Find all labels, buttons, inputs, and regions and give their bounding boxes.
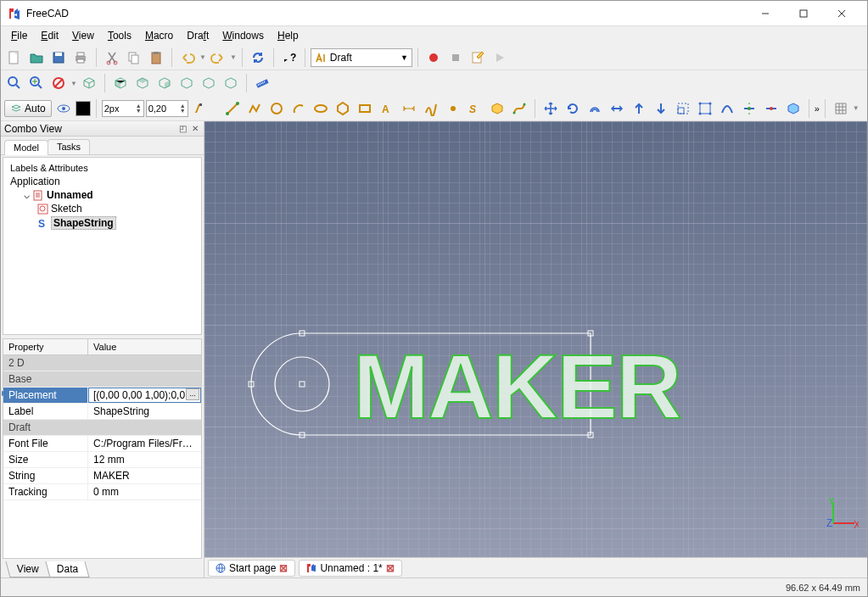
grid-spacing-input[interactable]: ▲▼ — [146, 100, 188, 117]
view-rear-button[interactable] — [176, 73, 197, 93]
grid-spacing-field[interactable] — [148, 103, 174, 114]
redo-dropdown[interactable]: ▼ — [230, 53, 237, 61]
expand-icon[interactable]: ⌵ — [22, 189, 31, 201]
draft-downgrade-button[interactable] — [651, 98, 671, 119]
draft-trimex-button[interactable] — [607, 98, 627, 119]
draft-polygon-button[interactable] — [333, 98, 353, 119]
print-button[interactable] — [70, 47, 91, 68]
tree-item-sketch[interactable]: Sketch — [7, 202, 198, 215]
copy-button[interactable] — [124, 47, 144, 68]
doctab-close-button[interactable]: ⊠ — [386, 562, 395, 574]
redo-button[interactable] — [208, 47, 228, 68]
menu-file[interactable]: File — [4, 28, 34, 43]
draft-delpoint-button[interactable] — [761, 98, 781, 119]
workbench-selector[interactable]: Draft ▼ — [311, 48, 412, 67]
apply-style-button[interactable] — [190, 98, 210, 119]
save-button[interactable] — [48, 47, 69, 68]
tab-view[interactable]: View — [5, 561, 50, 577]
property-row[interactable]: LabelShapeString — [3, 404, 201, 420]
property-row[interactable]: Tracking0 mm — [3, 484, 201, 500]
zoom-fit-button[interactable] — [4, 73, 25, 93]
draft-ellipse-button[interactable] — [311, 98, 331, 119]
property-row[interactable]: StringMAKER — [3, 468, 201, 484]
view-bottom-button[interactable] — [199, 73, 219, 93]
spin-down[interactable]: ▼ — [136, 109, 142, 114]
line-color-button[interactable] — [76, 101, 91, 116]
draw-style-button[interactable] — [48, 73, 69, 93]
doctab-unnamed[interactable]: Unnamed : 1* ⊠ — [299, 560, 401, 577]
spin-down[interactable]: ▼ — [180, 109, 186, 114]
draft-shapestring-button[interactable]: S — [465, 98, 485, 119]
draft-addpoint-button[interactable] — [739, 98, 759, 119]
undo-dropdown[interactable]: ▼ — [199, 53, 206, 61]
draft-arc-button[interactable] — [288, 98, 309, 119]
draft-text-button[interactable]: A — [377, 98, 397, 119]
grid-dropdown[interactable]: ▼ — [853, 104, 860, 112]
draft-circle-button[interactable] — [266, 98, 287, 119]
menu-edit[interactable]: Edit — [34, 28, 65, 43]
draft-rotate-button[interactable] — [563, 98, 583, 119]
menu-view[interactable]: View — [65, 28, 101, 43]
refresh-button[interactable] — [248, 47, 268, 68]
auto-group-button[interactable]: Auto — [4, 100, 52, 117]
property-row[interactable]: Placement[(0,00 0,00 1,00);0,00 °;(8,0..… — [3, 388, 201, 404]
draft-offset-button[interactable] — [585, 98, 605, 119]
tab-model[interactable]: Model — [4, 140, 48, 155]
property-row[interactable]: Size12 mm — [3, 452, 201, 468]
draft-facebinder-button[interactable] — [487, 98, 507, 119]
property-group[interactable]: Draft — [3, 420, 201, 436]
zoom-select-button[interactable] — [26, 73, 47, 93]
draft-bezier-button[interactable] — [509, 98, 529, 119]
tree-root[interactable]: Application — [7, 175, 198, 188]
draft-scale-button[interactable] — [673, 98, 693, 119]
minimize-button[interactable] — [746, 2, 784, 25]
view-top-button[interactable] — [132, 73, 153, 93]
open-file-button[interactable] — [26, 47, 47, 68]
property-row[interactable]: Font FileC:/Program Files/FreeCA... — [3, 436, 201, 452]
tab-data[interactable]: Data — [45, 561, 89, 577]
toolbar-overflow-button[interactable]: » — [815, 103, 820, 114]
view-left-button[interactable] — [221, 73, 241, 93]
cut-button[interactable] — [102, 47, 122, 68]
menu-help[interactable]: Help — [271, 28, 305, 43]
property-edit-button[interactable]: ... — [186, 388, 199, 400]
panel-float-button[interactable]: ◰ — [177, 124, 188, 133]
tree-doc[interactable]: ⌵ Unnamed — [7, 188, 198, 202]
macro-play-button[interactable] — [490, 47, 510, 68]
draft-grid-button[interactable] — [831, 98, 851, 119]
menu-tools[interactable]: Tools — [101, 28, 138, 43]
draft-rectangle-button[interactable] — [355, 98, 375, 119]
measure-button[interactable] — [252, 73, 272, 93]
draft-shape2d-button[interactable] — [783, 98, 804, 119]
paste-button[interactable] — [146, 47, 166, 68]
menu-macro[interactable]: Macro — [138, 28, 180, 43]
doctab-close-button[interactable]: ⊠ — [279, 562, 288, 574]
draft-dimension-button[interactable] — [399, 98, 419, 119]
maximize-button[interactable] — [784, 2, 822, 25]
tab-tasks[interactable]: Tasks — [48, 139, 90, 154]
draft-edit-button[interactable] — [695, 98, 715, 119]
draft-point-button[interactable] — [443, 98, 463, 119]
view-right-button[interactable] — [154, 73, 175, 93]
macro-edit-button[interactable] — [468, 47, 488, 68]
draft-upgrade-button[interactable] — [629, 98, 649, 119]
property-group[interactable]: 2 D — [3, 355, 201, 371]
tree-item-shapestring[interactable]: S ShapeString — [7, 215, 198, 231]
new-file-button[interactable] — [4, 47, 25, 68]
3d-viewport[interactable]: MAKER X Y Z — [204, 121, 867, 557]
line-width-input[interactable]: ▲▼ — [102, 100, 144, 117]
iso-view-button[interactable] — [79, 73, 99, 93]
draft-wire2bspline-button[interactable] — [717, 98, 737, 119]
whatsthis-button[interactable]: ? — [279, 47, 300, 68]
menu-draft[interactable]: Draft — [180, 28, 216, 43]
doctab-startpage[interactable]: Start page ⊠ — [208, 560, 295, 577]
draft-move-button[interactable] — [540, 98, 561, 119]
tree-view[interactable]: Labels & Attributes Application ⌵ Unname… — [3, 157, 202, 335]
view-front-button[interactable] — [110, 73, 131, 93]
construction-mode-button[interactable] — [53, 98, 74, 119]
draft-line-button[interactable] — [222, 98, 243, 119]
macro-stop-button[interactable] — [445, 47, 466, 68]
draft-wire-button[interactable] — [244, 98, 265, 119]
draft-bspline-button[interactable] — [421, 98, 441, 119]
drawstyle-dropdown[interactable]: ▼ — [70, 80, 77, 87]
